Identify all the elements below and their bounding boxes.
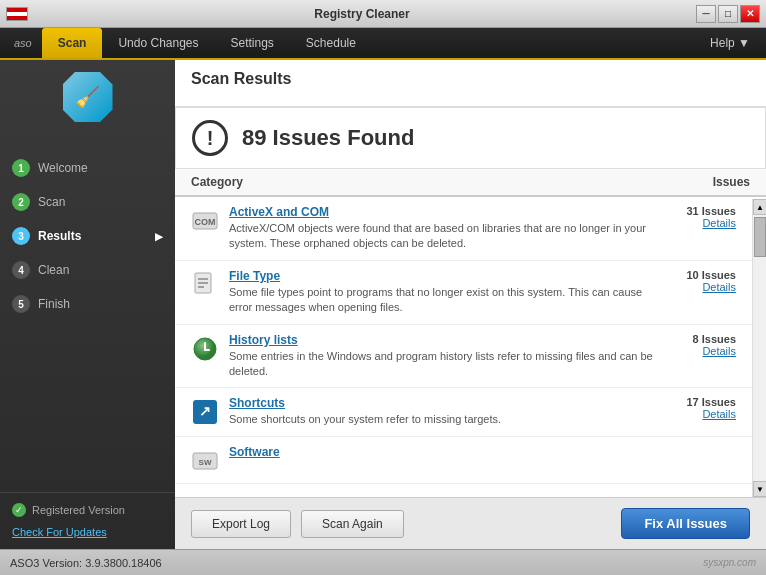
shortcuts-issues: 17 Issues Details [666,396,736,420]
window-title: Registry Cleaner [28,7,696,21]
shortcuts-icon: ↗ [191,398,219,426]
registered-icon: ✓ [12,503,26,517]
shortcuts-details-link[interactable]: Details [702,408,736,420]
step-num-4: 4 [12,261,30,279]
content-header: Scan Results [175,60,766,107]
filetype-desc: Some file types point to programs that n… [229,286,642,313]
row-content: ActiveX and COM ActiveX/COM objects were… [229,205,656,252]
software-link[interactable]: Software [229,445,656,459]
main-layout: 🧹 1 Welcome 2 Scan 3 Results ▶ 4 Clean 5 [0,60,766,549]
svg-text:COM: COM [195,217,216,227]
tab-schedule[interactable]: Schedule [290,28,372,58]
tab-scan[interactable]: Scan [42,28,103,58]
sidebar: 🧹 1 Welcome 2 Scan 3 Results ▶ 4 Clean 5 [0,60,175,549]
activex-icon: COM [191,207,219,235]
table-row: File Type Some file types point to progr… [175,261,752,325]
minimize-button[interactable]: ─ [696,5,716,23]
row-content: Software [229,445,656,461]
history-count: 8 Issues [666,333,736,345]
row-content: File Type Some file types point to progr… [229,269,656,316]
step-label-welcome: Welcome [38,161,88,175]
help-button[interactable]: Help ▼ [698,28,762,58]
shortcuts-link[interactable]: Shortcuts [229,396,656,410]
scroll-up-arrow[interactable]: ▲ [753,199,766,215]
aso-logo: aso [4,28,42,58]
software-icon: SW [191,447,219,475]
watermark: sysxpn.com [703,557,756,568]
sidebar-step-clean[interactable]: 4 Clean [0,253,175,287]
step-num-2: 2 [12,193,30,211]
restore-button[interactable]: □ [718,5,738,23]
flag-icon [6,7,28,21]
results-table: Category Issues COM ActiveX and COM Acti… [175,169,766,497]
filetype-details-link[interactable]: Details [702,281,736,293]
title-controls: ─ □ ✕ [696,5,760,23]
fix-all-button[interactable]: Fix All Issues [621,508,750,539]
scroll-down-arrow[interactable]: ▼ [753,481,766,497]
filetype-count: 10 Issues [666,269,736,281]
step-num-1: 1 [12,159,30,177]
export-log-button[interactable]: Export Log [191,510,291,538]
registered-label: Registered Version [32,504,125,516]
table-row: History lists Some entries in the Window… [175,325,752,389]
tab-undo-changes[interactable]: Undo Changes [102,28,214,58]
sidebar-step-scan[interactable]: 2 Scan [0,185,175,219]
history-link[interactable]: History lists [229,333,656,347]
table-header: Category Issues [175,169,766,197]
footer: Export Log Scan Again Fix All Issues [175,497,766,549]
table-body: COM ActiveX and COM ActiveX/COM objects … [175,197,766,495]
step-num-3: 3 [12,227,30,245]
step-label-clean: Clean [38,263,69,277]
col-issues-header: Issues [713,175,750,189]
table-row: COM ActiveX and COM ActiveX/COM objects … [175,197,752,261]
history-details-link[interactable]: Details [702,345,736,357]
check-updates-button[interactable]: Check For Updates [12,526,107,538]
sidebar-step-results[interactable]: 3 Results ▶ [0,219,175,253]
activex-issues: 31 Issues Details [666,205,736,229]
scan-again-button[interactable]: Scan Again [301,510,404,538]
step-label-results: Results [38,229,81,243]
title-bar: Registry Cleaner ─ □ ✕ [0,0,766,28]
step-label-finish: Finish [38,297,70,311]
col-category-header: Category [191,175,243,189]
issues-count: 89 Issues Found [242,125,414,151]
history-desc: Some entries in the Windows and program … [229,350,653,377]
sidebar-bottom: ✓ Registered Version Check For Updates [0,492,175,549]
flag-image [6,7,28,21]
svg-text:↗: ↗ [199,403,211,419]
activex-details-link[interactable]: Details [702,217,736,229]
menu-bar: aso Scan Undo Changes Settings Schedule … [0,28,766,60]
warning-icon: ! [192,120,228,156]
content-area: Scan Results ! 89 Issues Found Category … [175,60,766,549]
arrow-icon: ▶ [155,231,163,242]
tab-settings[interactable]: Settings [215,28,290,58]
sidebar-step-welcome[interactable]: 1 Welcome [0,151,175,185]
close-button[interactable]: ✕ [740,5,760,23]
svg-text:SW: SW [199,458,212,467]
issues-banner: ! 89 Issues Found [175,107,766,169]
sidebar-step-finish[interactable]: 5 Finish [0,287,175,321]
shortcuts-desc: Some shortcuts on your system refer to m… [229,413,501,425]
filetype-issues: 10 Issues Details [666,269,736,293]
activex-count: 31 Issues [666,205,736,217]
registered-badge: ✓ Registered Version [12,503,163,517]
activex-desc: ActiveX/COM objects were found that are … [229,222,646,249]
row-content: History lists Some entries in the Window… [229,333,656,380]
scrollbar[interactable]: ▲ ▼ [752,199,766,497]
filetype-icon [191,271,219,299]
row-content: Shortcuts Some shortcuts on your system … [229,396,656,427]
history-issues: 8 Issues Details [666,333,736,357]
version-text: ASO3 Version: 3.9.3800.18406 [10,557,162,569]
step-label-scan: Scan [38,195,65,209]
history-icon [191,335,219,363]
shortcuts-count: 17 Issues [666,396,736,408]
filetype-link[interactable]: File Type [229,269,656,283]
step-num-5: 5 [12,295,30,313]
activex-link[interactable]: ActiveX and COM [229,205,656,219]
table-row: ↗ Shortcuts Some shortcuts on your syste… [175,388,752,436]
status-bar: ASO3 Version: 3.9.3800.18406 sysxpn.com [0,549,766,575]
table-row: SW Software [175,437,752,484]
page-title: Scan Results [191,70,750,88]
sidebar-logo: 🧹 [0,64,175,151]
scroll-thumb[interactable] [754,217,766,257]
